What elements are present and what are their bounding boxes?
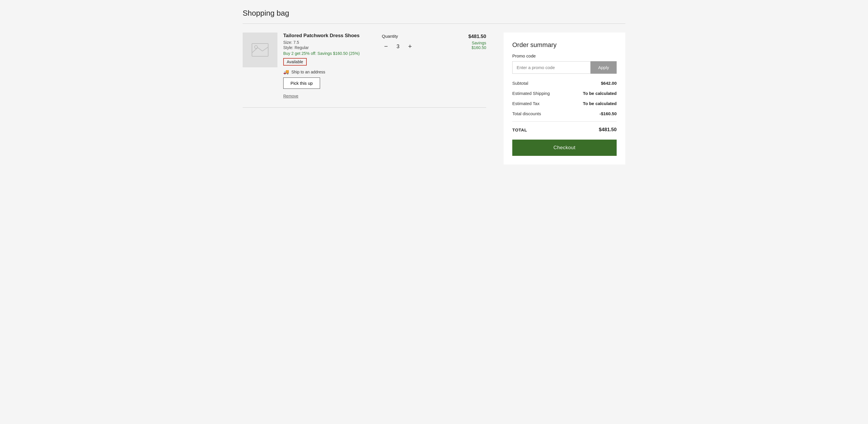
quantity-decrease-button[interactable]: − <box>382 41 390 51</box>
main-layout: Tailored Patchwork Dress Shoes Size: 7.5… <box>243 32 625 165</box>
ship-icon: 🚚 <box>283 69 289 75</box>
promo-input[interactable] <box>512 61 591 74</box>
product-style: Style: Regular <box>283 45 382 50</box>
page-divider <box>243 24 625 24</box>
item-price: $481.50 <box>452 34 486 39</box>
svg-line-3 <box>262 47 268 51</box>
remove-button[interactable]: Remove <box>283 94 298 98</box>
subtotal-value: $642.00 <box>601 81 617 86</box>
shipping-row: Estimated Shipping To be calculated <box>512 91 617 96</box>
subtotal-label: Subtotal <box>512 81 528 86</box>
svg-rect-0 <box>252 44 268 56</box>
image-placeholder-icon <box>251 41 269 59</box>
price-section: $481.50 Savings $160.50 <box>452 32 486 50</box>
savings-amount: $160.50 <box>452 45 486 50</box>
page-title: Shopping bag <box>243 9 625 18</box>
tax-row: Estimated Tax To be calculated <box>512 101 617 106</box>
discounts-value: -$160.50 <box>599 111 617 116</box>
quantity-value: 3 <box>394 44 402 50</box>
ship-row: 🚚 Ship to an address <box>283 69 382 75</box>
product-image <box>243 32 277 67</box>
promo-row: Apply <box>512 61 617 74</box>
order-summary-title: Order summary <box>512 41 617 49</box>
shipping-value: To be calculated <box>583 91 617 96</box>
pickup-button[interactable]: Pick this up <box>283 78 320 89</box>
svg-point-4 <box>254 46 257 49</box>
total-row: TOTAL $481.50 <box>512 127 617 133</box>
quantity-controls: − 3 + <box>382 41 414 51</box>
product-details: Tailored Patchwork Dress Shoes Size: 7.5… <box>283 32 382 99</box>
svg-line-2 <box>258 48 262 51</box>
availability-badge: Available <box>283 58 307 65</box>
order-summary: Order summary Promo code Apply Subtotal … <box>503 32 625 165</box>
product-size: Size: 7.5 <box>283 40 382 45</box>
quantity-increase-button[interactable]: + <box>406 41 414 51</box>
savings-label: Savings <box>452 40 486 45</box>
subtotal-row: Subtotal $642.00 <box>512 81 617 86</box>
cart-item: Tailored Patchwork Dress Shoes Size: 7.5… <box>243 32 486 108</box>
cart-section: Tailored Patchwork Dress Shoes Size: 7.5… <box>243 32 486 113</box>
quantity-section: Quantity − 3 + <box>382 32 440 51</box>
ship-label: Ship to an address <box>291 69 325 74</box>
promo-code-label: Promo code <box>512 53 617 58</box>
apply-promo-button[interactable]: Apply <box>591 61 617 74</box>
discounts-row: Total discounts -$160.50 <box>512 111 617 116</box>
item-content: Tailored Patchwork Dress Shoes Size: 7.5… <box>283 32 486 99</box>
discounts-label: Total discounts <box>512 111 541 116</box>
shipping-label: Estimated Shipping <box>512 91 550 96</box>
total-value: $481.50 <box>599 127 617 133</box>
tax-value: To be calculated <box>583 101 617 106</box>
total-label: TOTAL <box>512 128 527 132</box>
product-promo: Buy 2 get 25% off: Savings $160.50 (25%) <box>283 51 382 56</box>
tax-label: Estimated Tax <box>512 101 539 106</box>
checkout-button[interactable]: Checkout <box>512 140 617 156</box>
product-name: Tailored Patchwork Dress Shoes <box>283 32 382 39</box>
quantity-label: Quantity <box>382 34 398 38</box>
